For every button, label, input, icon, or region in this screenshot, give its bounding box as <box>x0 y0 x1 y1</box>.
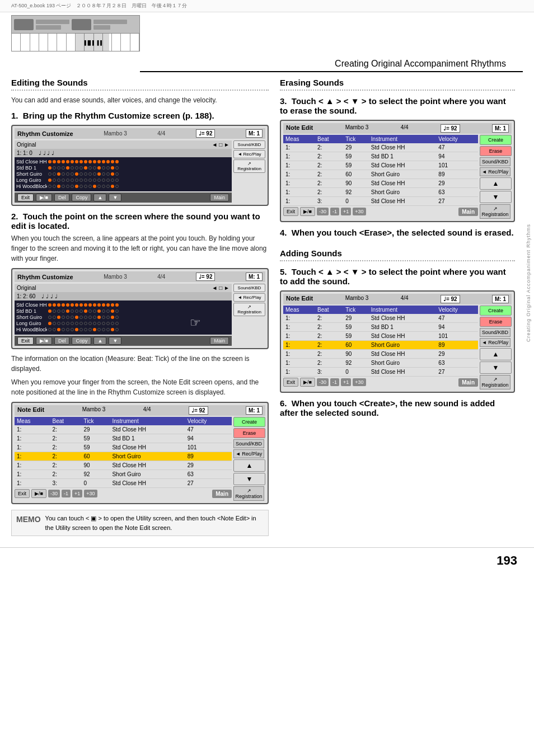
ne-col-tick: Tick <box>82 417 110 425</box>
transport-exit-1[interactable]: Exit <box>17 194 34 201</box>
ne-erase-btn-1[interactable]: Erase <box>233 428 265 438</box>
sidebar-registration-2[interactable]: ↗ Registration <box>233 303 265 316</box>
ne-exit-3[interactable]: Exit <box>283 378 298 387</box>
ne-soundkbd-1[interactable]: Sound/KBD <box>233 439 264 448</box>
rhythm-screen-1-tempo: ♩= 92 <box>196 129 216 138</box>
ne-recplay-3[interactable]: ◄ Rec/Play <box>480 338 510 347</box>
white-key-14 <box>130 34 139 51</box>
transport-up-2[interactable]: ▲ <box>93 337 106 345</box>
sidebar-soundkbd-1[interactable]: Sound/KBD <box>233 140 265 149</box>
ne-create-btn-3[interactable]: Create <box>480 306 512 316</box>
transport-play-1[interactable]: ▶/■ <box>36 194 52 201</box>
dot <box>106 309 110 313</box>
ne-registration-2[interactable]: ↗ Registration <box>480 204 510 219</box>
ne-main-3: Meas Beat Tick Instrument Velocity 1:2:2… <box>283 306 478 389</box>
ne-arrow-up-1[interactable]: ▲ <box>233 459 265 472</box>
ne-arrow-down-2[interactable]: ▼ <box>480 191 512 203</box>
ne-play-3[interactable]: ▶/■ <box>300 378 315 387</box>
ne-col-velocity: Velocity <box>185 417 232 425</box>
ne-minus30-2[interactable]: -30 <box>317 208 329 215</box>
ne-minus1-2[interactable]: -1 <box>330 208 339 215</box>
ne-exit-1[interactable]: Exit <box>15 489 30 498</box>
ne-play-1[interactable]: ▶/■ <box>31 489 46 498</box>
ne-header-3: Note Edit Mambo 3 4/4 ♩= 92 M: 1 <box>283 294 512 304</box>
ne-plus30-1[interactable]: +30 <box>84 490 97 497</box>
transport-main-2[interactable]: Main <box>210 337 229 345</box>
ne-minus30-1[interactable]: -30 <box>48 490 60 497</box>
ne-main-btn-3[interactable]: Main <box>458 378 478 387</box>
dot <box>79 185 83 188</box>
ne-erase-btn-3[interactable]: Erase <box>480 317 512 327</box>
ne-create-btn-2[interactable]: Create <box>480 135 512 145</box>
ne-cell-velocity: 63 <box>436 188 478 197</box>
rhythm-screen-2-mambo: Mambo 3 <box>104 274 127 280</box>
ne-minus1-3[interactable]: -1 <box>330 378 339 386</box>
sidebar-recplay-2[interactable]: ◄ Rec/Play <box>233 293 265 302</box>
sidebar-soundkbd-2[interactable]: Sound/KBD <box>233 284 265 292</box>
transport-down-2[interactable]: ▼ <box>109 337 121 345</box>
kb-segment-bar-1 <box>36 20 69 24</box>
dot <box>115 322 119 325</box>
transport-copy-2[interactable]: Copy <box>72 337 91 345</box>
dot <box>93 309 96 313</box>
dot <box>79 316 83 319</box>
ne-erase-btn-2[interactable]: Erase <box>480 146 512 156</box>
step2-desc1: When you touch the screen, a line appear… <box>11 233 269 264</box>
side-label: Creating Original Accompaniment Rhythms <box>526 224 531 342</box>
ne-minus1-1[interactable]: -1 <box>62 490 71 497</box>
transport-up-1[interactable]: ▲ <box>93 194 106 201</box>
transport-del-1[interactable]: Del <box>54 194 70 201</box>
dot <box>102 303 105 307</box>
ne-plus30-2[interactable]: +30 <box>353 208 366 215</box>
transport-exit-2[interactable]: Exit <box>17 337 34 345</box>
ne-plus1-2[interactable]: +1 <box>341 208 351 215</box>
rhythm-label-3: Short Guiro <box>16 171 47 177</box>
ne-cell-beat: 2: <box>315 350 343 359</box>
ne-plus1-3[interactable]: +1 <box>341 378 351 386</box>
step-5-label: 5. Touch < ▲ > < ▼ > to select the point… <box>280 267 515 286</box>
ne-main-btn-2[interactable]: Main <box>458 208 478 216</box>
ne-arrow-up-3[interactable]: ▲ <box>480 348 512 360</box>
dot <box>48 179 51 182</box>
dot <box>79 322 83 325</box>
ne-arrow-down-3[interactable]: ▼ <box>480 361 512 374</box>
dot <box>102 328 105 331</box>
ne-cell-tick: 92 <box>343 359 369 368</box>
ne-main-btn-1[interactable]: Main <box>212 490 232 498</box>
step-1-text: Bring up the Rhythm Customize screen (p.… <box>23 111 214 120</box>
ne-play-2[interactable]: ▶/■ <box>300 207 315 216</box>
ne-registration-1[interactable]: ↗ Registration <box>233 486 264 501</box>
ne-plus1-1[interactable]: +1 <box>72 490 82 497</box>
ne-create-btn-1[interactable]: Create <box>233 417 265 427</box>
ne-arrow-down-1[interactable]: ▼ <box>233 473 265 485</box>
dot <box>48 172 51 176</box>
ne-arrow-up-2[interactable]: ▲ <box>480 177 512 190</box>
transport-play-2[interactable]: ▶/■ <box>36 337 52 345</box>
ne-cell-instrument: Std Close HH <box>369 350 437 359</box>
ne-sidebar-1: Create Erase Sound/KBD ◄ Rec/Play ▲ ▼ ↗ … <box>232 417 265 501</box>
ne-exit-2[interactable]: Exit <box>283 207 298 216</box>
table-row: 1:2:60Short Guiro89 <box>283 341 478 350</box>
dot <box>57 166 60 170</box>
ne-cell-beat: 2: <box>315 188 343 197</box>
dot <box>106 316 110 319</box>
ne-recplay-2[interactable]: ◄ Rec/Play <box>480 167 510 176</box>
ne-recplay-1[interactable]: ◄ Rec/Play <box>233 449 264 458</box>
ne-minus30-3[interactable]: -30 <box>317 378 329 386</box>
ne3-col-beat: Beat <box>315 306 343 314</box>
ne-soundkbd-3[interactable]: Sound/KBD <box>480 328 510 337</box>
transport-main-1[interactable]: Main <box>210 194 229 201</box>
dot <box>88 309 92 313</box>
ne-plus30-3[interactable]: +30 <box>353 378 366 386</box>
rhythm-screen-2-title: Rhythm Customize <box>17 274 73 280</box>
transport-copy-1[interactable]: Copy <box>72 194 91 201</box>
kb-segment-bar-2 <box>36 25 61 30</box>
ne-cell-tick: 59 <box>82 434 110 443</box>
sidebar-registration-1[interactable]: ↗ Registration <box>233 159 265 173</box>
sidebar-recplay-1[interactable]: ◄ Rec/Play <box>233 150 265 158</box>
transport-del-2[interactable]: Del <box>54 337 70 345</box>
rhythm-screen-2-tempo: ♩= 92 <box>196 273 216 281</box>
ne-registration-3[interactable]: ↗ Registration <box>480 375 510 389</box>
transport-down-1[interactable]: ▼ <box>109 194 121 201</box>
ne-soundkbd-2[interactable]: Sound/KBD <box>480 157 510 166</box>
